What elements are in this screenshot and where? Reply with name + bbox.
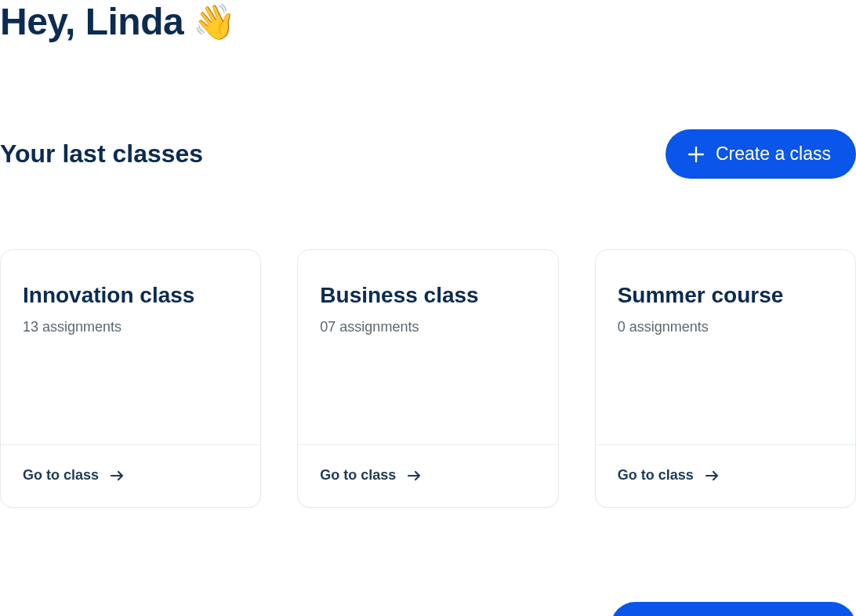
go-to-class-link[interactable]: Go to class — [298, 444, 557, 507]
classes-cards-row: Innovation class 13 assignments Go to cl… — [0, 249, 856, 508]
plus-icon — [687, 146, 705, 163]
class-card-subtitle: 0 assignments — [618, 319, 833, 335]
go-to-class-label: Go to class — [618, 467, 694, 484]
wave-emoji-icon: 👋 — [193, 5, 236, 39]
class-card-subtitle: 07 assignments — [320, 319, 535, 335]
go-to-class-link[interactable]: Go to class — [1, 444, 260, 507]
go-to-class-label: Go to class — [23, 467, 99, 484]
arrow-right-icon — [407, 469, 423, 482]
classes-section-title: Your last classes — [0, 140, 203, 168]
class-card: Business class 07 assignments Go to clas… — [297, 249, 558, 508]
class-card-title: Summer course — [618, 283, 833, 308]
assessments-section-title: Your last assesments — [0, 612, 256, 616]
go-to-class-link[interactable]: Go to class — [596, 444, 855, 507]
class-card-body: Summer course 0 assignments — [596, 250, 855, 444]
arrow-right-icon — [705, 469, 720, 482]
create-class-label: Create a class — [716, 143, 831, 165]
class-card-body: Innovation class 13 assignments — [1, 250, 260, 444]
greeting-text: Hey, Linda — [0, 0, 183, 43]
class-card-subtitle: 13 assignments — [23, 319, 238, 335]
class-card-title: Business class — [320, 283, 535, 308]
classes-section-header: Your last classes Create a class — [0, 129, 856, 179]
class-card-title: Innovation class — [23, 283, 238, 308]
assessments-section-header: Your last assesments Create a assesments — [0, 602, 856, 616]
class-card: Summer course 0 assignments Go to class — [595, 249, 856, 508]
class-card: Innovation class 13 assignments Go to cl… — [0, 249, 261, 508]
class-card-body: Business class 07 assignments — [298, 250, 557, 444]
go-to-class-label: Go to class — [320, 467, 396, 484]
greeting: Hey, Linda 👋 — [0, 0, 856, 43]
create-class-button[interactable]: Create a class — [666, 129, 856, 179]
arrow-right-icon — [110, 469, 125, 482]
create-assessment-button[interactable]: Create a assesments — [611, 602, 856, 616]
